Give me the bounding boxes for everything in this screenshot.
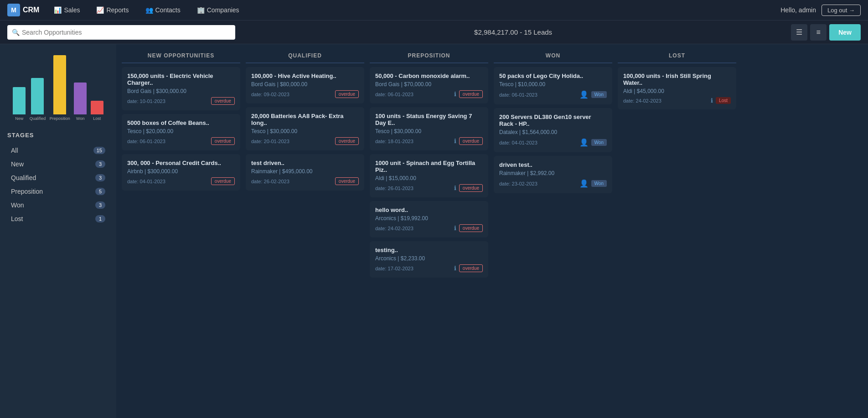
- stage-badge: 3: [95, 201, 105, 209]
- status-badge: Won: [591, 139, 607, 146]
- card-title: hello word..: [375, 206, 483, 213]
- card-title: 50 packs of Lego City Holida..: [499, 72, 607, 79]
- card-date: date: 09-02-2023: [251, 92, 289, 97]
- stage-label: All: [11, 147, 93, 154]
- search-input[interactable]: [7, 25, 235, 40]
- stage-item-new[interactable]: New3: [7, 158, 109, 170]
- stage-label: Qualified: [11, 174, 95, 181]
- card-sub: Arconics | $2,233.00: [375, 255, 483, 262]
- card-title: 100,000 units - Irish Still Spring Water…: [623, 72, 731, 86]
- table-row[interactable]: test driven..Rainmaker | $495,000.00date…: [246, 154, 364, 191]
- status-badge: overdue: [211, 177, 235, 185]
- companies-icon: 🏢: [197, 6, 205, 14]
- table-row[interactable]: 1000 unit - Spinach and Egg Tortilla Piz…: [370, 154, 488, 197]
- card-sub: Arconics | $19,992.00: [375, 215, 483, 222]
- table-row[interactable]: 5000 boxes of Coffee Beans..Tesco | $20,…: [122, 114, 240, 150]
- kanban-board: NEW OPPORTUNITIES150,000 units - Electri…: [116, 44, 868, 418]
- status-badge: Won: [591, 91, 607, 98]
- status-badge: Won: [591, 180, 607, 187]
- stage-item-preposition[interactable]: Preposition5: [7, 185, 109, 198]
- nav-sales[interactable]: 📊 Sales: [50, 5, 83, 15]
- card-footer: date: 20-01-2023overdue: [251, 137, 359, 145]
- card-footer: date: 04-01-2023👤Won: [499, 138, 607, 147]
- card-date: date: 26-02-2023: [251, 179, 289, 184]
- card-footer: date: 18-01-2023ℹoverdue: [375, 137, 483, 145]
- stage-item-won[interactable]: Won3: [7, 199, 109, 212]
- card-sub: Aldi | $45,000.00: [623, 88, 731, 94]
- logo[interactable]: M CRM: [7, 4, 39, 16]
- chart-bar: [74, 83, 87, 114]
- card-sub: Bord Gais | $300,000.00: [127, 88, 235, 94]
- nav-reports[interactable]: 📈 Reports: [93, 5, 132, 15]
- nav-companies[interactable]: 🏢 Companies: [193, 5, 243, 15]
- bar-label: New: [15, 116, 23, 121]
- card-footer: date: 24-02-2023ℹoverdue: [375, 224, 483, 232]
- kanban-column: PREPOSITION50,000 - Carbon monoxide alar…: [370, 50, 488, 413]
- table-row[interactable]: 50 packs of Lego City Holida..Tesco | $1…: [494, 67, 612, 104]
- card-date: date: 23-02-2023: [499, 181, 537, 186]
- card-sub: Aldi | $15,000.00: [375, 175, 483, 181]
- top-nav: M CRM 📊 Sales 📈 Reports 👥 Contacts 🏢 Com…: [0, 0, 868, 21]
- table-row[interactable]: 20,000 Batteries AA8 Pack- Extra long..T…: [246, 107, 364, 150]
- card-footer: date: 04-01-2023overdue: [127, 177, 235, 185]
- card-footer: date: 23-02-2023👤Won: [499, 179, 607, 188]
- stage-item-qualified[interactable]: Qualified3: [7, 171, 109, 184]
- table-row[interactable]: driven test..Rainmaker | $2,992.00date: …: [494, 156, 612, 193]
- table-row[interactable]: hello word..Arconics | $19,992.00date: 2…: [370, 201, 488, 237]
- card-date: date: 20-01-2023: [251, 139, 289, 144]
- card-date: date: 18-01-2023: [375, 139, 413, 144]
- table-row[interactable]: 200 Servers DL380 Gen10 server Rack - HP…: [494, 108, 612, 152]
- card-sub: Tesco | $20,000.00: [127, 128, 235, 134]
- table-row[interactable]: 300, 000 - Personal Credit Cards..Airbnb…: [122, 154, 240, 191]
- card-title: 300, 000 - Personal Credit Cards..: [127, 160, 235, 166]
- stage-label: Preposition: [11, 188, 95, 195]
- card-date: date: 06-01-2023: [499, 92, 537, 98]
- stage-badge: 1: [95, 215, 105, 222]
- card-footer: date: 24-02-2023ℹLost: [623, 97, 731, 104]
- logout-button[interactable]: Log out →: [822, 5, 861, 16]
- table-row[interactable]: 100,000 - Hive Active Heating..Bord Gais…: [246, 67, 364, 103]
- table-row[interactable]: 50,000 - Carbon monoxide alarm..Bord Gai…: [370, 67, 488, 103]
- nav-contacts[interactable]: 👥 Contacts: [142, 5, 184, 15]
- grid-view-button[interactable]: ☰: [791, 24, 807, 41]
- logo-text: CRM: [23, 6, 39, 14]
- card-date: date: 04-01-2023: [499, 140, 537, 145]
- card-sub: Bord Gais | $80,000.00: [251, 81, 359, 88]
- sales-icon: 📊: [54, 6, 62, 14]
- list-view-button[interactable]: ≡: [810, 24, 827, 41]
- card-date: date: 17-02-2023: [375, 266, 413, 271]
- leads-summary: $2,984,217.00 - 15 Leads: [243, 28, 784, 36]
- card-footer: date: 26-02-2023overdue: [251, 177, 359, 185]
- table-row[interactable]: 100 units - Status Energy Saving 7 Day E…: [370, 107, 488, 150]
- table-row[interactable]: 150,000 units - Electric Vehicle Charger…: [122, 67, 240, 110]
- search-icon: 🔍: [12, 29, 20, 36]
- stage-item-all[interactable]: All15: [7, 144, 109, 157]
- card-footer: date: 06-01-2023ℹoverdue: [375, 90, 483, 98]
- kanban-column: WON50 packs of Lego City Holida..Tesco |…: [494, 50, 612, 413]
- card-sub: Rainmaker | $495,000.00: [251, 168, 359, 175]
- table-row[interactable]: testing..Arconics | $2,233.00date: 17-02…: [370, 241, 488, 278]
- person-icon: 👤: [579, 138, 589, 147]
- bar-label: Preposition: [50, 116, 70, 121]
- person-icon: 👤: [579, 179, 589, 188]
- bar-label: Lost: [93, 116, 101, 121]
- info-icon: ℹ: [454, 185, 456, 191]
- status-badge: overdue: [459, 184, 483, 192]
- new-opportunity-button[interactable]: New: [829, 24, 861, 41]
- card-title: 50,000 - Carbon monoxide alarm..: [375, 72, 483, 79]
- card-title: test driven..: [251, 160, 359, 166]
- card-footer: date: 09-02-2023overdue: [251, 90, 359, 98]
- status-badge: overdue: [211, 137, 235, 145]
- info-icon: ℹ: [454, 225, 456, 232]
- stage-badge: 3: [95, 160, 105, 168]
- table-row[interactable]: 100,000 units - Irish Still Spring Water…: [618, 67, 736, 109]
- status-badge: overdue: [335, 137, 359, 145]
- card-sub: Bord Gais | $70,000.00: [375, 81, 483, 88]
- stage-badge: 5: [95, 188, 105, 195]
- column-header: NEW OPPORTUNITIES: [122, 50, 240, 63]
- stages-title: STAGES: [7, 132, 109, 139]
- card-sub: Tesco | $30,000.00: [375, 128, 483, 134]
- stage-item-lost[interactable]: Lost1: [7, 212, 109, 225]
- stage-badge: 3: [95, 174, 105, 181]
- card-sub: Tesco | $30,000.00: [251, 128, 359, 134]
